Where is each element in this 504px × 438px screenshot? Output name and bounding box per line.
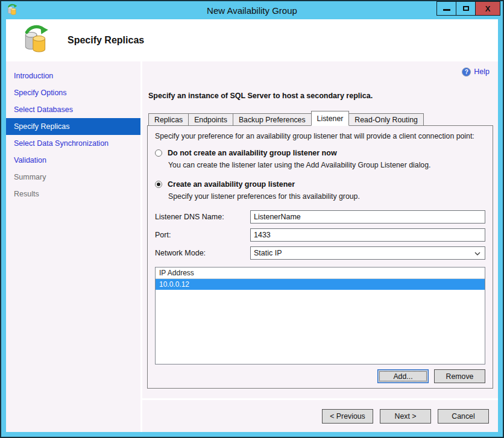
network-mode-label: Network Mode: [155, 249, 250, 257]
page-title: Specify Replicas [68, 35, 144, 46]
sidebar-item-select-databases[interactable]: Select Databases [6, 101, 140, 118]
tab-backup-preferences[interactable]: Backup Preferences [233, 113, 312, 126]
tab-replicas[interactable]: Replicas [148, 113, 189, 126]
cancel-button[interactable]: Cancel [438, 409, 489, 424]
option-no-listener-label: Do not create an availability group list… [168, 149, 337, 157]
main-column: ? Help Specify an instance of SQL Server… [142, 61, 498, 432]
ip-address-list: IP Address 10.0.0.12 [155, 267, 485, 364]
ip-address-column-header: IP Address [156, 267, 485, 279]
sidebar-item-introduction[interactable]: Introduction [6, 67, 140, 84]
wizard-footer: < Previous Next > Cancel [142, 400, 498, 432]
dns-name-input[interactable] [250, 210, 485, 224]
sidebar-item-specify-options[interactable]: Specify Options [6, 84, 140, 101]
main-panel: ? Help Specify an instance of SQL Server… [142, 61, 498, 398]
next-button[interactable]: Next > [380, 409, 431, 424]
radio-checked-icon[interactable] [155, 181, 162, 188]
dns-name-label: Listener DNS Name: [155, 213, 250, 221]
dns-name-row: Listener DNS Name: [155, 210, 485, 224]
chevron-down-icon [474, 249, 480, 257]
content-area: Introduction Specify Options Select Data… [6, 61, 498, 432]
sidebar-item-validation[interactable]: Validation [6, 152, 140, 169]
sidebar-item-results: Results [6, 186, 140, 202]
network-mode-value: Static IP [254, 249, 282, 257]
option-create-listener-desc: Specify your listener preferences for th… [168, 192, 485, 201]
wizard-steps-sidebar: Introduction Specify Options Select Data… [6, 61, 140, 432]
dialog-frame: Specify Replicas Introduction Specify Op… [6, 19, 498, 432]
ip-list-buttons: Add... Remove [155, 369, 485, 383]
wizard-header: Specify Replicas [6, 19, 498, 61]
tab-read-only-routing[interactable]: Read-Only Routing [348, 113, 424, 126]
sidebar-item-select-data-synchronization[interactable]: Select Data Synchronization [6, 135, 140, 152]
tab-listener[interactable]: Listener [311, 111, 350, 126]
port-input[interactable] [250, 228, 485, 242]
sidebar-item-specify-replicas[interactable]: Specify Replicas [6, 118, 140, 135]
help-link[interactable]: ? Help [147, 66, 493, 77]
listener-intro-text: Specify your preference for an availabil… [155, 132, 485, 140]
tab-endpoints[interactable]: Endpoints [188, 113, 233, 126]
close-icon: X [485, 5, 491, 13]
option-no-listener-desc: You can create the listener later using … [168, 161, 485, 169]
radio-option-create-listener[interactable]: Create an availability group listener [155, 180, 485, 189]
replica-tabs: Replicas Endpoints Backup Preferences Li… [147, 111, 493, 126]
radio-unchecked-icon[interactable] [155, 149, 162, 157]
page-instruction: Specify an instance of SQL Server to hos… [148, 92, 493, 100]
help-icon: ? [462, 67, 471, 77]
radio-option-no-listener[interactable]: Do not create an availability group list… [155, 149, 485, 157]
minimize-button[interactable] [436, 1, 456, 16]
option-create-listener-label: Create an availability group listener [168, 180, 295, 189]
remove-button[interactable]: Remove [434, 369, 485, 383]
network-mode-select[interactable]: Static IP [250, 246, 485, 260]
minimize-icon [443, 9, 450, 11]
help-label: Help [474, 67, 490, 76]
window-title: New Availability Group [1, 5, 503, 16]
previous-button[interactable]: < Previous [322, 409, 373, 424]
add-button[interactable]: Add... [377, 369, 429, 383]
specify-replicas-icon [20, 24, 51, 57]
listener-tab-panel: Specify your preference for an availabil… [147, 125, 493, 389]
network-mode-row: Network Mode: Static IP [155, 246, 485, 260]
close-button[interactable]: X [475, 1, 500, 16]
new-availability-group-window: New Availability Group X Specify Replica… [0, 0, 504, 438]
port-label: Port: [155, 231, 250, 239]
maximize-button[interactable] [456, 1, 476, 16]
port-row: Port: [155, 228, 485, 242]
title-bar: New Availability Group X [1, 1, 503, 19]
ip-address-row[interactable]: 10.0.0.12 [156, 279, 485, 290]
maximize-icon [463, 6, 469, 11]
window-controls: X [437, 1, 500, 16]
sidebar-item-summary: Summary [6, 169, 140, 186]
